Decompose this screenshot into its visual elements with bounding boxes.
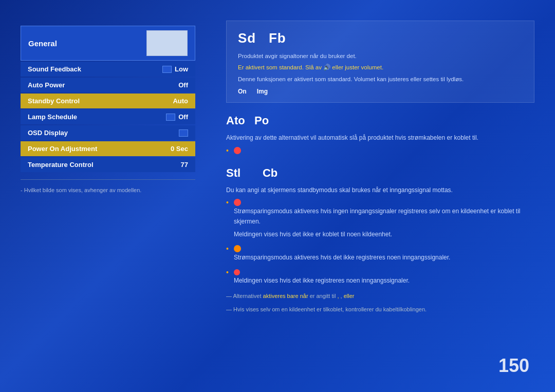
general-title: General <box>28 39 57 48</box>
auto-section-title: Ato Po <box>226 114 534 127</box>
osd-display-slider <box>179 129 188 137</box>
standby-bullet-1-dot: • <box>226 197 229 208</box>
auto-bullet: • <box>226 145 534 156</box>
standby-bullet-1-text2: Meldingen vises hvis det ikke er koblet … <box>234 229 534 239</box>
standby-bullet-2-icon <box>234 245 241 252</box>
standby-bullet-1-icon <box>234 199 241 206</box>
sound-feedback-section: Sd Fb Produktet avgir signaltoner når du… <box>226 21 534 103</box>
standby-bullet-2: • Strømsparingsmodus aktiveres hvis det … <box>226 244 534 265</box>
standby-control-section: Stl Cb Du kan angi at skjermens standbym… <box>226 166 534 314</box>
auto-title-po: Po <box>254 114 269 127</box>
standby-bullet-3: • Meldingen vises hvis det ikke registre… <box>226 267 534 288</box>
lamp-schedule-bar: Off <box>166 113 188 121</box>
standby-title-stl: Stl <box>226 166 240 179</box>
sound-desc1: Produktet avgir signaltoner når du bruke… <box>238 51 523 61</box>
auto-bullet-icon <box>234 147 241 154</box>
page-number: 150 <box>498 355 529 377</box>
sound-desc3: Denne funksjonen er aktivert som standar… <box>238 74 523 84</box>
menu-item-temperature-control[interactable]: Temperature Control 77 <box>21 157 195 172</box>
standby-bullet-2-text: Strømsparingsmodus aktiveres hvis det ik… <box>234 252 451 263</box>
sound-feedback-bar: Low <box>162 65 188 73</box>
sound-title-fb: Fb <box>269 30 286 46</box>
divider <box>21 179 195 180</box>
standby-bullet-1-text1: Strømsparingsmodus aktiveres hvis ingen … <box>234 206 534 227</box>
lamp-schedule-label: Lamp Schedule <box>28 113 77 121</box>
temperature-control-value: 77 <box>181 161 188 169</box>
left-panel: General Sound Feedback Low Auto Power Of… <box>21 15 195 377</box>
standby-bullet-3-dot: • <box>226 267 229 278</box>
standby-bullet-1: • Strømsparingsmodus aktiveres hvis inge… <box>226 197 534 241</box>
sound-feedback-label: Sound Feedback <box>28 65 81 73</box>
menu-item-standby-control[interactable]: Standby Control Auto <box>21 94 195 108</box>
sound-title-sd: Sd <box>238 30 256 46</box>
power-on-adjustment-label: Power On Adjustment <box>28 145 97 153</box>
right-panel: Sd Fb Produktet avgir signaltoner når du… <box>195 15 534 377</box>
standby-bullet-3-icon <box>234 269 240 275</box>
lamp-schedule-slider <box>166 114 175 121</box>
standby-section-title: Stl Cb <box>226 166 534 180</box>
sound-label-on: On <box>238 88 247 95</box>
auto-power-value: Off <box>178 81 188 89</box>
auto-power-label: Auto Power <box>28 81 65 89</box>
temperature-control-label: Temperature Control <box>28 161 94 169</box>
auto-title-ato: Ato <box>226 114 245 127</box>
standby-control-value: Auto <box>173 97 188 105</box>
menu-item-sound-feedback[interactable]: Sound Feedback Low <box>21 62 195 77</box>
osd-display-bar <box>179 129 188 137</box>
standby-note-2: — Hvis vises selv om en kildeenhet er ti… <box>226 305 534 314</box>
power-on-adjustment-value: 0 Sec <box>171 145 188 153</box>
menu-item-power-on-adjustment[interactable]: Power On Adjustment 0 Sec <box>21 141 195 156</box>
standby-desc: Du kan angi at skjermens standbymodus sk… <box>226 185 534 195</box>
general-preview <box>146 30 188 56</box>
general-header: General <box>21 26 195 61</box>
lamp-schedule-value: Off <box>178 113 188 121</box>
auto-bullet-dot: • <box>226 145 229 156</box>
sound-desc2: Er aktivert som standard. Slå av 🔊 eller… <box>238 63 523 72</box>
menu-item-auto-power[interactable]: Auto Power Off <box>21 78 195 92</box>
sound-section-title: Sd Fb <box>238 30 523 46</box>
standby-title-cb: Cb <box>263 166 278 179</box>
auto-power-section: Ato Po Aktivering av dette alternativet … <box>226 114 534 156</box>
sound-sub-labels: On Img <box>238 88 523 95</box>
standby-note-1: — Alternativet aktiveres bare når er ang… <box>226 292 534 301</box>
standby-control-label: Standby Control <box>28 97 80 105</box>
auto-desc: Aktivering av dette alternativet vil aut… <box>226 133 534 143</box>
sound-feedback-slider <box>162 66 172 73</box>
sound-feedback-value: Low <box>175 65 188 73</box>
standby-bullet-3-text: Meldingen vises hvis det ikke registrere… <box>234 275 410 286</box>
menu-item-osd-display[interactable]: OSD Display <box>21 125 195 140</box>
sound-label-img: Img <box>257 88 268 95</box>
footnote: - Hvilket bilde som vises, avhenger av m… <box>21 187 195 193</box>
menu-item-lamp-schedule[interactable]: Lamp Schedule Off <box>21 109 195 124</box>
osd-display-label: OSD Display <box>28 129 68 137</box>
standby-bullet-2-dot: • <box>226 244 229 254</box>
